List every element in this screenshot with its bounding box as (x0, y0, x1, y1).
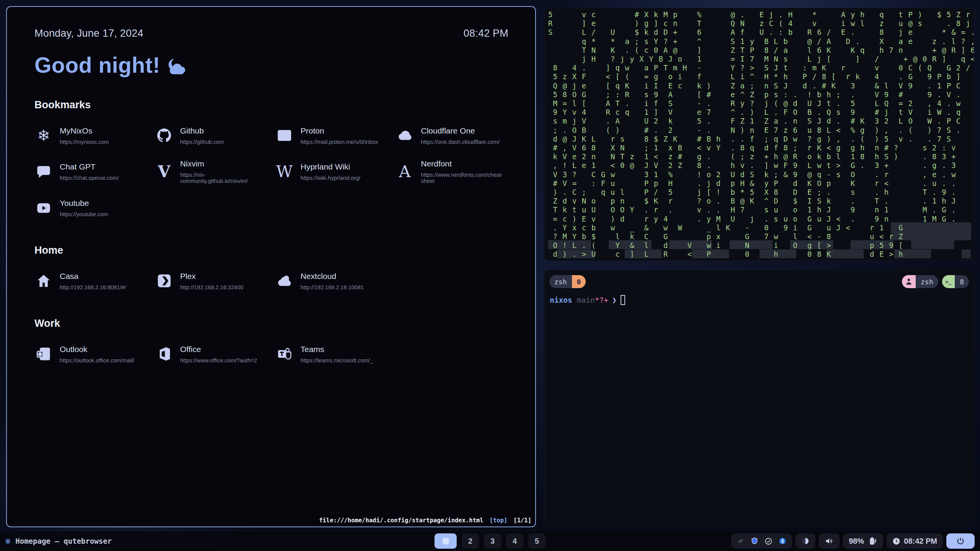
workspace-1-active[interactable] (434, 533, 457, 549)
bookmark-nixvim[interactable]: V Nixvim https://nix-community.github.io… (155, 159, 268, 184)
bookmark-url: https://nix-community.github.io/nixvim/ (180, 172, 268, 184)
chat-bubble-icon (34, 162, 53, 182)
terminal-cursor (621, 295, 625, 305)
bookmark-plex[interactable]: Plex http://192.168.2.16:32400 (155, 271, 268, 291)
workspace-5[interactable]: 5 (528, 533, 546, 549)
volume-pill[interactable] (819, 533, 840, 549)
bookmark-url: http://192.168.2.16:10081 (301, 284, 364, 290)
teams-icon (275, 344, 294, 364)
time-text: 08:42 PM (464, 28, 508, 39)
bookmark-mynixos[interactable]: ❄ MyNixOs https://mynixos.com (34, 126, 147, 145)
shield-icon[interactable] (751, 537, 758, 545)
tmux-statusbar: zsh 0 zsh >_ 8 (544, 270, 974, 288)
bookmark-title: Casa (60, 272, 126, 281)
plex-icon (155, 271, 173, 291)
bookmark-cloudflare-one[interactable]: Cloudflare One https://one.dash.cloudfla… (396, 126, 509, 145)
battery-pill[interactable]: 98% (843, 533, 883, 549)
cloud-icon (396, 126, 414, 145)
terminal-icon: >_ (942, 275, 955, 288)
active-window-module[interactable]: ❄ Homepage — qutebrowser (5, 536, 112, 546)
section-title-work: Work (34, 318, 508, 329)
prompt-git-branch: main (577, 296, 595, 305)
power-button[interactable] (946, 533, 975, 549)
bookmark-proton[interactable]: Proton https://mail.proton.me/u/0/inbox (275, 126, 388, 145)
user-icon (902, 275, 916, 288)
terminal-matrix-window[interactable]: 5 v c # X k M p % @ . E j . H * A y h q … (544, 8, 974, 261)
bookmark-url: https://teams.microsoft.com/_ (301, 357, 373, 364)
mail-icon (275, 126, 294, 145)
night-light-icon (801, 537, 810, 545)
bookmark-title: Chat GPT (60, 162, 119, 171)
prompt-git-status: *?+ (595, 296, 608, 305)
nix-snowflake-icon: ❄ (34, 126, 53, 145)
bookmark-url: https://mail.proton.me/u/0/inbox (301, 139, 378, 145)
bookmark-chatgpt[interactable]: Chat GPT https://chat.openai.com/ (34, 159, 147, 184)
tmux-window-index-badge[interactable]: 0 (572, 275, 586, 288)
bookmark-url: https://www.office.com/?auth=2 (180, 357, 257, 364)
startpage: Monday, June 17, 2024 08:42 PM Good nigh… (7, 7, 535, 516)
bookmark-title: MyNixOs (60, 126, 109, 135)
greeting-text: Good night! (34, 52, 160, 78)
bookmark-url: http://192.168.2.16:8081/#/ (60, 284, 126, 290)
tmux-window-count: 8 (955, 275, 969, 288)
volume-icon (825, 537, 834, 545)
bookmark-title: Cloudflare One (421, 126, 500, 135)
clock-icon (892, 537, 900, 545)
bookmark-url: https://github.com (180, 139, 224, 145)
bookmark-nextcloud[interactable]: Nextcloud http://192.168.2.16:10081 (275, 271, 388, 291)
bookmark-teams[interactable]: Teams https://teams.microsoft.com/_ (275, 344, 388, 364)
prompt-host: nixos (550, 296, 572, 305)
bookmark-title: Plex (180, 272, 243, 281)
bookmark-title: Nextcloud (301, 272, 364, 281)
home-icon (34, 271, 53, 291)
active-window-title: Homepage — qutebrowser (15, 537, 112, 545)
nixos-logo-icon: ❄ (5, 536, 10, 546)
clock-pill[interactable]: 08:42 PM (887, 533, 943, 549)
night-light-pill[interactable] (795, 533, 815, 549)
workspace-4[interactable]: 4 (506, 533, 523, 549)
status-bar: ❄ Homepage — qutebrowser 2 3 4 5 98% (0, 531, 980, 551)
bookmark-casa[interactable]: Casa http://192.168.2.16:8081/#/ (34, 271, 147, 291)
bookmark-title: Hyprland Wiki (301, 162, 360, 171)
bookmark-title: Outlook (60, 345, 134, 354)
bluetooth-icon[interactable] (779, 537, 786, 545)
workspace-switcher: 2 3 4 5 (434, 533, 546, 549)
system-tray-area: 98% 08:42 PM (731, 533, 975, 549)
bookmark-github[interactable]: Github https://github.com (155, 126, 268, 145)
bookmark-office[interactable]: Office https://www.office.com/?auth=2 (155, 344, 268, 364)
bookmark-title: Youtube (60, 199, 108, 208)
sync-arrows-icon[interactable] (737, 537, 745, 545)
shell-prompt[interactable]: nixos main *?+ ❯ (550, 295, 974, 305)
bookmark-hyprland-wiki[interactable]: W Hyprland Wiki https://wiki.hyprland.or… (275, 159, 388, 184)
wiki-w-icon: W (275, 162, 294, 182)
bookmark-url: https://wiki.hyprland.org/ (301, 175, 360, 181)
cloud-moon-icon (166, 58, 188, 75)
cloud-icon (275, 271, 294, 291)
section-title-home: Home (34, 245, 508, 256)
bookmark-url: https://one.dash.cloudflare.com/ (421, 139, 500, 145)
bookmark-youtube[interactable]: Youtube https://youtube.com (34, 198, 147, 218)
check-circle-icon[interactable] (764, 537, 773, 545)
statusbar-tab-count: [1/1] (513, 517, 531, 524)
qutebrowser-statusbar: file:///home/hadi/.config/startpage/inde… (7, 516, 535, 527)
qutebrowser-window[interactable]: Monday, June 17, 2024 08:42 PM Good nigh… (6, 6, 536, 527)
date-text: Monday, June 17, 2024 (34, 28, 143, 39)
workspace-2[interactable]: 2 (462, 533, 479, 549)
terminal-shell-window[interactable]: zsh 0 zsh >_ 8 nixos main *?+ ❯ (544, 270, 974, 526)
bookmark-title: Nixvim (180, 159, 268, 168)
tmux-window-name[interactable]: zsh (549, 275, 572, 288)
clock-text: 08:42 PM (904, 537, 937, 546)
letter-a-icon: A (396, 162, 414, 182)
github-icon (155, 126, 173, 145)
bookmark-nerdfont[interactable]: A Nerdfont https://www.nerdfonts.com/che… (396, 159, 509, 184)
bookmark-url: http://192.168.2.16:32400 (180, 284, 243, 290)
nixvim-v-icon: V (155, 162, 173, 182)
power-icon (956, 537, 965, 545)
bookmark-outlook[interactable]: Outlook https://outlook.office.com/mail/ (34, 344, 147, 364)
bookmark-url: https://www.nerdfonts.com/cheat-sheet (421, 172, 509, 184)
matrix-rain-text: 5 v c # X k M p % @ . E j . H * A y h q … (548, 10, 974, 259)
workspace-3[interactable]: 3 (484, 533, 501, 549)
battery-charging-icon (867, 537, 877, 545)
bookmark-title: Teams (301, 345, 373, 354)
bookmark-url: https://youtube.com (60, 211, 108, 217)
